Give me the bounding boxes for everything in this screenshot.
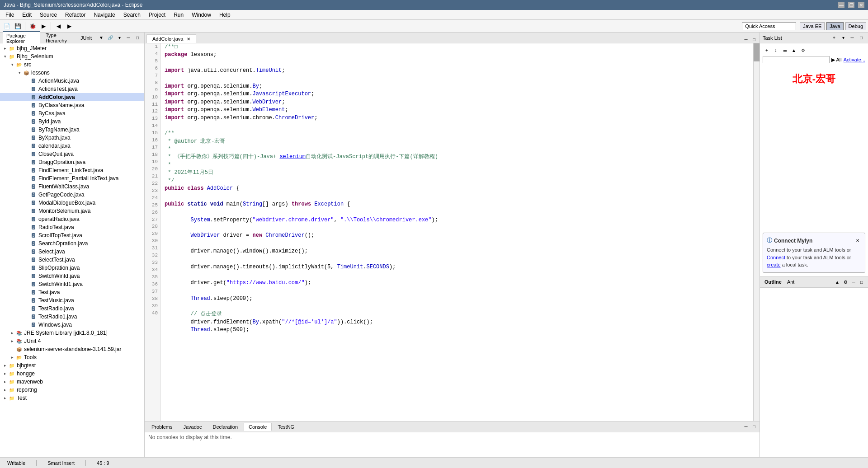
back-button[interactable]: ◀	[53, 21, 63, 31]
code-content[interactable]: /**□package lessons; import java.util.co…	[161, 43, 753, 421]
tree-item[interactable]: JByCss.java	[0, 109, 144, 117]
tab-outline[interactable]: Outline	[763, 278, 783, 285]
menu-project[interactable]: Project	[145, 11, 169, 19]
maximize-editor-button[interactable]: □	[750, 36, 758, 43]
debug-button[interactable]: 🐞	[28, 21, 38, 31]
tree-item[interactable]: JMonitorSelenium.java	[0, 207, 144, 215]
new-button[interactable]: 📄	[2, 21, 12, 31]
outline-filter[interactable]: ⚙	[842, 278, 849, 285]
code-editor[interactable]: 1456789101112131415161718192021222324252…	[145, 43, 760, 421]
tree-item[interactable]: JById.java	[0, 117, 144, 126]
maximize-button[interactable]: ❐	[848, 2, 854, 8]
tree-item[interactable]: JByTagName.java	[0, 126, 144, 134]
vertical-scrollbar[interactable]	[753, 43, 760, 421]
forward-button[interactable]: ▶	[64, 21, 74, 31]
outline-collapse[interactable]: ▲	[834, 278, 841, 285]
task-new-button[interactable]: +	[830, 34, 838, 42]
task-settings-btn[interactable]: ⚙	[799, 46, 807, 54]
tab-testng[interactable]: TestNG	[273, 423, 299, 431]
tree-item[interactable]: ▸📁mavenweb	[0, 378, 144, 386]
tree-item[interactable]: JSlipOpration.java	[0, 264, 144, 272]
close-editor-tab[interactable]: ✕	[187, 37, 190, 42]
connect-mylyn-close[interactable]: ✕	[854, 237, 861, 244]
tree-item[interactable]: JAddColor.java	[0, 93, 144, 101]
tree-item[interactable]: JTestRadio1.java	[0, 313, 144, 321]
tree-item[interactable]: JByClassName.java	[0, 101, 144, 109]
tree-item[interactable]: JFindElement_LinkText.java	[0, 166, 144, 174]
tree-item[interactable]: JSwitchWinId.java	[0, 272, 144, 280]
menu-run[interactable]: Run	[170, 11, 187, 19]
create-link[interactable]: create	[767, 262, 781, 267]
tree-item[interactable]: JFindElement_PartialLinkText.java	[0, 174, 144, 183]
tree-item[interactable]: JTestRadio.java	[0, 304, 144, 313]
tree-item[interactable]: ▸📁bjhgtest	[0, 361, 144, 370]
minimize-editor-button[interactable]: ─	[742, 36, 750, 43]
tree-item[interactable]: JCloseQuit.java	[0, 150, 144, 158]
task-sort-btn[interactable]: ↕	[772, 46, 780, 54]
tree-item[interactable]: JRadioTest.java	[0, 223, 144, 231]
menu-search[interactable]: Search	[120, 11, 144, 19]
tree-item[interactable]: 📦selenium-server-standalone-3.141.59.jar	[0, 345, 144, 353]
tree-item[interactable]: ▾📦lessons	[0, 69, 144, 77]
maximize-left-panel-button[interactable]: □	[133, 34, 142, 42]
panel-menu-button[interactable]: ▾	[115, 34, 123, 42]
menu-help[interactable]: Help	[216, 11, 234, 19]
tree-item[interactable]: JSelect.java	[0, 248, 144, 256]
menu-file[interactable]: File	[2, 11, 18, 19]
menu-window[interactable]: Window	[188, 11, 215, 19]
task-group-btn[interactable]: ☰	[781, 46, 789, 54]
tree-item[interactable]: ▸📁bjhg_JMeter	[0, 44, 144, 52]
perspective-java[interactable]: Java	[826, 22, 843, 30]
tree-item[interactable]: ▾📂src	[0, 61, 144, 69]
task-filter-button[interactable]: ▾	[839, 34, 847, 42]
menu-edit[interactable]: Edit	[19, 11, 35, 19]
tree-item[interactable]: JDraggOpration.java	[0, 158, 144, 166]
connect-link[interactable]: Connect	[767, 255, 785, 260]
menu-refactor[interactable]: Refactor	[61, 11, 89, 19]
tree-item[interactable]: JByXpath.java	[0, 134, 144, 142]
outline-minimize[interactable]: ─	[850, 278, 857, 285]
task-maximize[interactable]: □	[857, 34, 865, 42]
tree-item[interactable]: ▸📁reportng	[0, 386, 144, 394]
collapse-all-button[interactable]: ▼	[97, 34, 105, 42]
minimize-left-panel-button[interactable]: ─	[124, 34, 132, 42]
menu-source[interactable]: Source	[36, 11, 61, 19]
task-add-btn[interactable]: +	[763, 46, 771, 54]
activate-label[interactable]: Activate...	[844, 57, 865, 62]
run-button[interactable]: ▶	[38, 21, 48, 31]
tree-item[interactable]: ▸📚JRE System Library [jdk1.8.0_181]	[0, 329, 144, 337]
bottom-panel-maximize[interactable]: □	[750, 423, 758, 431]
tree-item[interactable]: JGetPageCode.java	[0, 191, 144, 199]
outline-maximize[interactable]: □	[858, 278, 865, 285]
editor-tab-addcolor[interactable]: AddColor.java ✕	[146, 34, 196, 43]
perspective-debug[interactable]: Debug	[845, 22, 866, 30]
tree-item[interactable]: ▾📁Bjhg_Selenium	[0, 52, 144, 61]
tree-item[interactable]: JActionMusic.java	[0, 77, 144, 85]
find-input[interactable]	[763, 56, 830, 63]
tree-item[interactable]: JScrollTopTest.java	[0, 231, 144, 239]
tab-junit[interactable]: JUnit	[77, 34, 95, 42]
tree-item[interactable]: JWindows.java	[0, 321, 144, 329]
save-button[interactable]: 💾	[13, 21, 23, 31]
link-editor-button[interactable]: 🔗	[106, 34, 114, 42]
tree-item[interactable]: ▸📚JUnit 4	[0, 337, 144, 345]
tree-item[interactable]: JActionsTest.java	[0, 85, 144, 93]
tree-item[interactable]: JSearchOpration.java	[0, 239, 144, 248]
tree-item[interactable]: JModalDialogueBox.java	[0, 199, 144, 207]
tab-problems[interactable]: Problems	[146, 423, 177, 431]
tab-ant[interactable]: Ant	[785, 278, 797, 285]
tree-item[interactable]: JSelectTest.java	[0, 256, 144, 264]
tree-item[interactable]: JFluentWaitClass.java	[0, 183, 144, 191]
tree-item[interactable]: JTestMusic.java	[0, 296, 144, 304]
close-button[interactable]: ✕	[858, 2, 864, 8]
task-collapse-btn[interactable]: ▲	[790, 46, 798, 54]
tab-console[interactable]: Console	[244, 423, 272, 431]
tree-item[interactable]: ▸📁Test	[0, 394, 144, 402]
tab-javadoc[interactable]: Javadoc	[178, 423, 207, 431]
tree-item[interactable]: JoperatRadio.java	[0, 215, 144, 223]
tree-item[interactable]: ▸📁hongge	[0, 370, 144, 378]
tree-item[interactable]: JSwitchWinId1.java	[0, 280, 144, 288]
tab-type-hierarchy[interactable]: Type Hierarchy	[42, 32, 75, 44]
tree-item[interactable]: Jcalendar.java	[0, 142, 144, 150]
tree-item[interactable]: JTest.java	[0, 288, 144, 296]
